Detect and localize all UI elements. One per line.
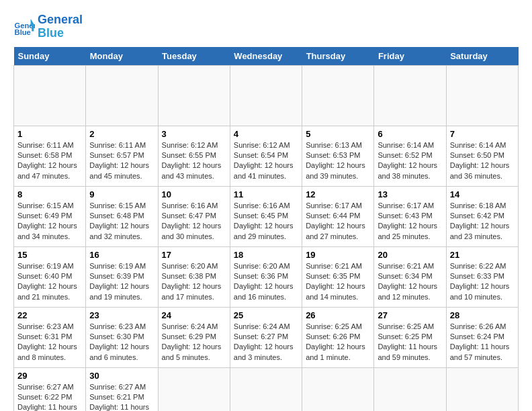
calendar-cell: 9Sunrise: 6:15 AMSunset: 6:48 PMDaylight…	[86, 186, 158, 246]
calendar-week-4: 22Sunrise: 6:23 AMSunset: 6:31 PMDayligh…	[14, 307, 519, 367]
day-info: Sunrise: 6:21 AMSunset: 6:35 PMDaylight:…	[306, 261, 370, 303]
calendar-cell: 10Sunrise: 6:16 AMSunset: 6:47 PMDayligh…	[158, 186, 230, 246]
calendar-cell	[230, 65, 302, 126]
day-number: 20	[378, 250, 442, 260]
calendar-cell: 3Sunrise: 6:12 AMSunset: 6:55 PMDaylight…	[158, 126, 230, 186]
day-info: Sunrise: 6:24 AMSunset: 6:29 PMDaylight:…	[162, 322, 226, 363]
calendar-cell: 20Sunrise: 6:21 AMSunset: 6:34 PMDayligh…	[374, 246, 446, 307]
day-number: 1	[17, 129, 82, 139]
day-info: Sunrise: 6:18 AMSunset: 6:42 PMDaylight:…	[450, 201, 515, 242]
calendar-cell	[230, 367, 302, 411]
day-info: Sunrise: 6:22 AMSunset: 6:33 PMDaylight:…	[450, 261, 515, 303]
calendar-cell: 30Sunrise: 6:27 AMSunset: 6:21 PMDayligh…	[86, 367, 158, 411]
calendar-week-1: 1Sunrise: 6:11 AMSunset: 6:58 PMDaylight…	[14, 126, 519, 186]
day-number: 2	[89, 129, 154, 139]
weekday-header-row: SundayMondayTuesdayWednesdayThursdayFrid…	[14, 47, 519, 66]
calendar-cell: 17Sunrise: 6:20 AMSunset: 6:38 PMDayligh…	[158, 246, 230, 307]
day-info: Sunrise: 6:17 AMSunset: 6:44 PMDaylight:…	[306, 201, 370, 242]
day-info: Sunrise: 6:19 AMSunset: 6:39 PMDaylight:…	[89, 261, 154, 303]
day-number: 16	[89, 250, 154, 260]
calendar-cell: 27Sunrise: 6:25 AMSunset: 6:25 PMDayligh…	[374, 307, 446, 367]
day-number: 30	[89, 371, 154, 381]
svg-text:Blue: Blue	[15, 28, 31, 36]
calendar-cell: 26Sunrise: 6:25 AMSunset: 6:26 PMDayligh…	[302, 307, 374, 367]
day-info: Sunrise: 6:24 AMSunset: 6:27 PMDaylight:…	[234, 322, 298, 363]
day-info: Sunrise: 6:15 AMSunset: 6:48 PMDaylight:…	[89, 201, 154, 242]
logo-text: GeneralBlue	[38, 13, 83, 40]
day-number: 5	[306, 129, 370, 139]
calendar-cell: 8Sunrise: 6:15 AMSunset: 6:49 PMDaylight…	[14, 186, 86, 246]
day-number: 27	[378, 310, 442, 320]
day-number: 6	[378, 129, 442, 139]
day-number: 17	[162, 250, 226, 260]
weekday-header-thursday: Thursday	[302, 47, 374, 66]
weekday-header-wednesday: Wednesday	[230, 47, 302, 66]
calendar-cell	[86, 65, 158, 126]
calendar-cell	[158, 65, 230, 126]
calendar-week-3: 15Sunrise: 6:19 AMSunset: 6:40 PMDayligh…	[14, 246, 519, 307]
day-info: Sunrise: 6:19 AMSunset: 6:40 PMDaylight:…	[17, 261, 82, 303]
calendar-body: 1Sunrise: 6:11 AMSunset: 6:58 PMDaylight…	[14, 65, 519, 411]
day-info: Sunrise: 6:21 AMSunset: 6:34 PMDaylight:…	[378, 261, 442, 303]
day-info: Sunrise: 6:27 AMSunset: 6:21 PMDaylight:…	[89, 382, 154, 411]
day-number: 21	[450, 250, 515, 260]
calendar-cell: 5Sunrise: 6:13 AMSunset: 6:53 PMDaylight…	[302, 126, 374, 186]
day-number: 29	[17, 371, 82, 381]
day-info: Sunrise: 6:23 AMSunset: 6:31 PMDaylight:…	[17, 322, 82, 363]
calendar-week-5: 29Sunrise: 6:27 AMSunset: 6:22 PMDayligh…	[14, 367, 519, 411]
day-info: Sunrise: 6:13 AMSunset: 6:53 PMDaylight:…	[306, 140, 370, 182]
calendar-cell: 28Sunrise: 6:26 AMSunset: 6:24 PMDayligh…	[446, 307, 518, 367]
day-number: 18	[234, 250, 298, 260]
calendar-cell	[374, 65, 446, 126]
day-info: Sunrise: 6:14 AMSunset: 6:50 PMDaylight:…	[450, 140, 515, 182]
page-header: General Blue GeneralBlue	[13, 13, 519, 40]
day-info: Sunrise: 6:11 AMSunset: 6:58 PMDaylight:…	[17, 140, 82, 182]
day-number: 14	[450, 189, 515, 199]
weekday-header-friday: Friday	[374, 47, 446, 66]
calendar-cell	[158, 367, 230, 411]
day-info: Sunrise: 6:25 AMSunset: 6:26 PMDaylight:…	[306, 322, 370, 363]
day-number: 25	[234, 310, 298, 320]
day-info: Sunrise: 6:11 AMSunset: 6:57 PMDaylight:…	[89, 140, 154, 182]
calendar-cell: 7Sunrise: 6:14 AMSunset: 6:50 PMDaylight…	[446, 126, 518, 186]
calendar-cell: 11Sunrise: 6:16 AMSunset: 6:45 PMDayligh…	[230, 186, 302, 246]
day-number: 9	[89, 189, 154, 199]
day-info: Sunrise: 6:23 AMSunset: 6:30 PMDaylight:…	[89, 322, 154, 363]
calendar-cell: 12Sunrise: 6:17 AMSunset: 6:44 PMDayligh…	[302, 186, 374, 246]
day-number: 7	[450, 129, 515, 139]
day-number: 15	[17, 250, 82, 260]
day-info: Sunrise: 6:16 AMSunset: 6:45 PMDaylight:…	[234, 201, 298, 242]
calendar-cell	[302, 367, 374, 411]
calendar-table: SundayMondayTuesdayWednesdayThursdayFrid…	[13, 47, 519, 411]
day-info: Sunrise: 6:14 AMSunset: 6:52 PMDaylight:…	[378, 140, 442, 182]
day-number: 23	[89, 310, 154, 320]
day-info: Sunrise: 6:15 AMSunset: 6:49 PMDaylight:…	[17, 201, 82, 242]
calendar-cell: 1Sunrise: 6:11 AMSunset: 6:58 PMDaylight…	[14, 126, 86, 186]
calendar-cell: 29Sunrise: 6:27 AMSunset: 6:22 PMDayligh…	[14, 367, 86, 411]
calendar-cell: 16Sunrise: 6:19 AMSunset: 6:39 PMDayligh…	[86, 246, 158, 307]
calendar-cell	[446, 367, 518, 411]
calendar-cell	[302, 65, 374, 126]
day-info: Sunrise: 6:26 AMSunset: 6:24 PMDaylight:…	[450, 322, 515, 363]
calendar-week-0	[14, 65, 519, 126]
day-number: 19	[306, 250, 370, 260]
day-number: 11	[234, 189, 298, 199]
calendar-cell: 21Sunrise: 6:22 AMSunset: 6:33 PMDayligh…	[446, 246, 518, 307]
day-number: 12	[306, 189, 370, 199]
day-info: Sunrise: 6:12 AMSunset: 6:55 PMDaylight:…	[162, 140, 226, 182]
weekday-header-tuesday: Tuesday	[158, 47, 230, 66]
calendar-cell: 4Sunrise: 6:12 AMSunset: 6:54 PMDaylight…	[230, 126, 302, 186]
day-info: Sunrise: 6:20 AMSunset: 6:38 PMDaylight:…	[162, 261, 226, 303]
weekday-header-sunday: Sunday	[14, 47, 86, 66]
day-info: Sunrise: 6:27 AMSunset: 6:22 PMDaylight:…	[17, 382, 82, 411]
logo: General Blue GeneralBlue	[13, 13, 83, 40]
calendar-cell: 24Sunrise: 6:24 AMSunset: 6:29 PMDayligh…	[158, 307, 230, 367]
svg-marker-2	[31, 19, 35, 31]
weekday-header-saturday: Saturday	[446, 47, 518, 66]
calendar-cell: 6Sunrise: 6:14 AMSunset: 6:52 PMDaylight…	[374, 126, 446, 186]
day-number: 28	[450, 310, 515, 320]
calendar-cell: 19Sunrise: 6:21 AMSunset: 6:35 PMDayligh…	[302, 246, 374, 307]
day-number: 22	[17, 310, 82, 320]
calendar-cell: 2Sunrise: 6:11 AMSunset: 6:57 PMDaylight…	[86, 126, 158, 186]
calendar-cell: 14Sunrise: 6:18 AMSunset: 6:42 PMDayligh…	[446, 186, 518, 246]
